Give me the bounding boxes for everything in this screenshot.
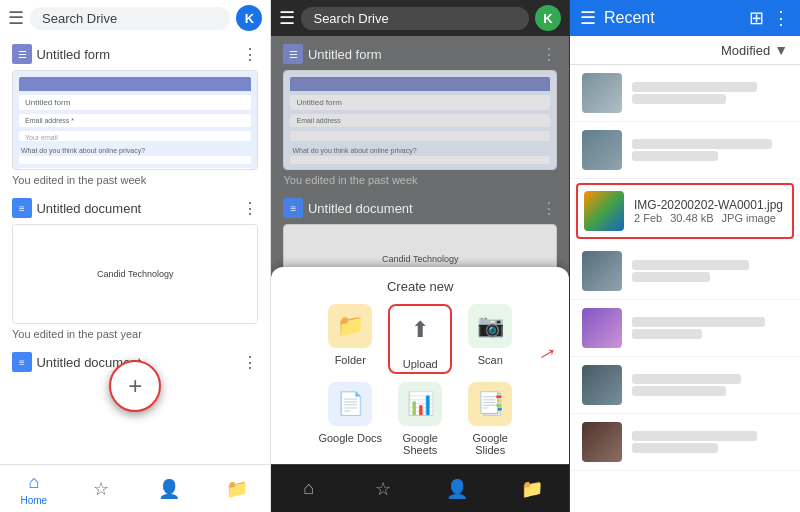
right-header: ☰ Recent ⊞ ⋮ xyxy=(570,0,800,36)
mid-bottom-nav: ⌂ ☆ 👤 📁 xyxy=(271,464,569,512)
file-info xyxy=(632,258,788,284)
highlighted-file-name: IMG-20200202-WA0001.jpg xyxy=(634,198,786,212)
mid-doc-title: Untitled document xyxy=(308,201,413,216)
file-thumb-img xyxy=(584,191,624,231)
mid-avatar[interactable]: K xyxy=(535,5,561,31)
form-icon xyxy=(12,44,32,64)
doc-icon xyxy=(12,198,32,218)
nav-files[interactable]: 📁 xyxy=(203,478,271,500)
nav-home[interactable]: ⌂ Home xyxy=(0,472,68,506)
home-icon: ⌂ xyxy=(28,472,39,493)
file-info xyxy=(632,137,788,163)
menu-icon[interactable]: ☰ xyxy=(8,7,24,29)
upload-icon: ⬆ xyxy=(398,308,442,352)
doc-preview-text: Candid Technology xyxy=(97,269,173,279)
mid-nav-files[interactable]: 📁 xyxy=(495,478,569,500)
mid-starred-icon: ☆ xyxy=(375,478,391,500)
file-info xyxy=(632,429,788,455)
search-bar[interactable]: Search Drive xyxy=(30,7,230,30)
left-panel: ☰ Search Drive K Untitled form ⋮ Untitle… xyxy=(0,0,271,512)
file-title-row: Untitled form xyxy=(12,44,110,64)
shared-icon: 👤 xyxy=(158,478,180,500)
file-menu-button[interactable]: ⋮ xyxy=(242,45,258,64)
starred-icon: ☆ xyxy=(93,478,109,500)
docs-icon: 📄 xyxy=(328,382,372,426)
avatar[interactable]: K xyxy=(236,5,262,31)
mid-form-meta: You edited in the past week xyxy=(283,174,557,186)
more-icon[interactable]: ⋮ xyxy=(772,7,790,29)
right-header-icons: ⊞ ⋮ xyxy=(749,7,790,29)
bottom-nav: ⌂ Home ☆ 👤 📁 xyxy=(0,464,270,512)
fab-plus-icon: + xyxy=(128,372,142,400)
search-placeholder: Search Drive xyxy=(42,11,117,26)
file-item-doc1: Untitled document ⋮ Candid Technology Yo… xyxy=(12,198,258,340)
create-slides[interactable]: 📑 Google Slides xyxy=(458,382,522,456)
file-item-header: Untitled form ⋮ xyxy=(12,44,258,64)
mid-form-icon xyxy=(283,44,303,64)
mid-nav-starred[interactable]: ☆ xyxy=(346,478,420,500)
create-folder[interactable]: 📁 Folder xyxy=(318,304,382,374)
mid-doc-text: Candid Technology xyxy=(382,254,458,264)
file-menu-button[interactable]: ⋮ xyxy=(242,353,258,372)
list-item[interactable] xyxy=(570,243,800,300)
mid-file-title-row: Untitled form xyxy=(283,44,381,64)
mid-panel: ☰ Search Drive K Untitled form ⋮ Untitle… xyxy=(271,0,570,512)
create-new-popup: Create new 📁 Folder ⬆ Upload 📷 Scan 📄 Go… xyxy=(271,267,569,464)
right-file-list: IMG-20200202-WA0001.jpg 2 Feb 30.48 kB J… xyxy=(570,65,800,512)
mid-file-item-header2: Untitled document ⋮ xyxy=(283,198,557,218)
mid-search-bar[interactable]: Search Drive xyxy=(301,7,529,30)
mid-search-placeholder: Search Drive xyxy=(313,11,388,26)
nav-starred[interactable]: ☆ xyxy=(68,478,136,500)
sheets-icon: 📊 xyxy=(398,382,442,426)
sheets-label: Google Sheets xyxy=(388,432,452,456)
file-date: 2 Feb xyxy=(634,212,662,224)
mid-nav-home[interactable]: ⌂ xyxy=(271,478,345,499)
mid-doc-icon xyxy=(283,198,303,218)
list-item[interactable] xyxy=(570,300,800,357)
grid-icon[interactable]: ⊞ xyxy=(749,7,764,29)
nav-shared[interactable]: 👤 xyxy=(135,478,203,500)
doc-meta: You edited in the past year xyxy=(12,328,258,340)
mid-doc-menu[interactable]: ⋮ xyxy=(541,199,557,218)
file-menu-button[interactable]: ⋮ xyxy=(242,199,258,218)
fab-button[interactable]: + xyxy=(109,360,161,412)
file-item-form: Untitled form ⋮ Untitled form Email addr… xyxy=(12,44,258,186)
folder-icon: 📁 xyxy=(328,304,372,348)
create-scan[interactable]: 📷 Scan xyxy=(458,304,522,374)
slides-label: Google Slides xyxy=(458,432,522,456)
create-items-row1: 📁 Folder ⬆ Upload 📷 Scan xyxy=(279,304,561,374)
form-meta: You edited in the past week xyxy=(12,174,258,186)
mid-file-title-row2: Untitled document xyxy=(283,198,412,218)
doc-icon xyxy=(12,352,32,372)
modified-label: Modified xyxy=(721,43,770,58)
file-thumb-blur xyxy=(582,308,622,348)
create-sheets[interactable]: 📊 Google Sheets xyxy=(388,382,452,456)
file-thumb-blur xyxy=(582,130,622,170)
list-item[interactable] xyxy=(570,65,800,122)
mid-file-menu[interactable]: ⋮ xyxy=(541,45,557,64)
mid-file-item-form: Untitled form ⋮ Untitled form Email addr… xyxy=(283,44,557,186)
create-docs[interactable]: 📄 Google Docs xyxy=(318,382,382,456)
mid-files-icon: 📁 xyxy=(521,478,543,500)
create-upload[interactable]: ⬆ Upload xyxy=(388,304,452,374)
mid-form-preview[interactable]: Untitled form Email address What do you … xyxy=(283,70,557,170)
modified-bar[interactable]: Modified ▼ xyxy=(570,36,800,65)
right-panel: ☰ Recent ⊞ ⋮ Modified ▼ xyxy=(570,0,800,512)
upload-label: Upload xyxy=(403,358,438,370)
form-preview[interactable]: Untitled form Email address * Your email… xyxy=(12,70,258,170)
mid-file-item-header: Untitled form ⋮ xyxy=(283,44,557,64)
list-item[interactable] xyxy=(570,357,800,414)
mid-nav-shared[interactable]: 👤 xyxy=(420,478,494,500)
file-thumb-blur xyxy=(582,73,622,113)
slides-icon: 📑 xyxy=(468,382,512,426)
list-item[interactable] xyxy=(570,414,800,471)
highlighted-file-info: IMG-20200202-WA0001.jpg 2 Feb 30.48 kB J… xyxy=(634,198,786,224)
mid-home-icon: ⌂ xyxy=(303,478,314,499)
right-menu-icon[interactable]: ☰ xyxy=(580,7,596,29)
modified-chevron-icon: ▼ xyxy=(774,42,788,58)
list-item-highlighted[interactable]: IMG-20200202-WA0001.jpg 2 Feb 30.48 kB J… xyxy=(576,183,794,239)
list-item[interactable] xyxy=(570,122,800,179)
mid-menu-icon[interactable]: ☰ xyxy=(279,7,295,29)
right-title: Recent xyxy=(604,9,741,27)
doc-preview[interactable]: Candid Technology xyxy=(12,224,258,324)
